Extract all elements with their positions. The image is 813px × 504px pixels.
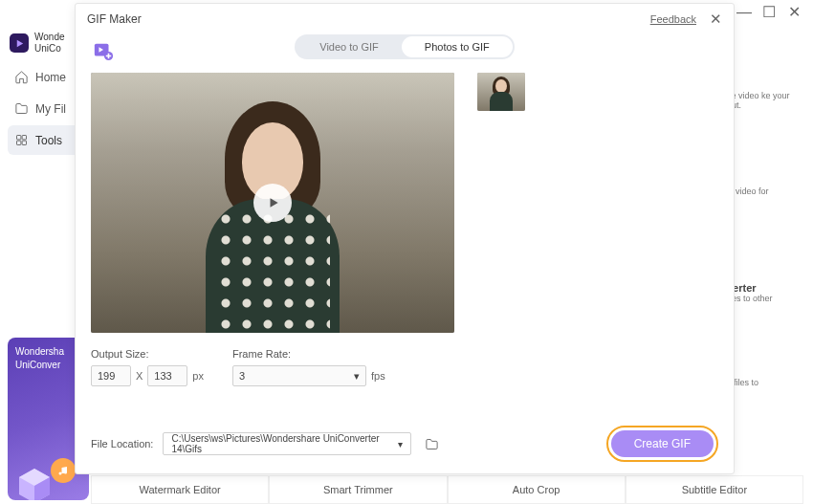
output-height-input[interactable] <box>147 365 187 386</box>
brand-line1: Wonde <box>34 32 65 43</box>
app-logo: Wonde UniCo <box>8 28 83 62</box>
bg-tile: se video ke your out. <box>727 91 796 129</box>
chevron-down-icon: ▾ <box>354 370 360 383</box>
svg-rect-2 <box>17 141 21 144</box>
output-width-input[interactable] <box>91 365 131 386</box>
chevron-down-icon: ▾ <box>398 439 403 449</box>
modal-close-button[interactable]: ✕ <box>710 11 722 28</box>
create-gif-highlight: Create GIF <box>606 426 718 462</box>
gif-maker-modal: GIF Maker Feedback ✕ Video to GIF Photos… <box>75 3 735 474</box>
frame-rate-group: Frame Rate: 3 ▾ fps <box>232 348 385 388</box>
fps-unit: fps <box>371 370 385 382</box>
output-size-group: Output Size: X px <box>91 348 204 388</box>
open-folder-button[interactable] <box>421 433 442 454</box>
nav-myfiles[interactable]: My Fil <box>8 94 83 123</box>
modal-header: GIF Maker Feedback ✕ <box>76 4 734 34</box>
tool-autocrop[interactable]: Auto Crop <box>448 476 626 504</box>
cube-icon <box>15 467 54 500</box>
brand-line2: UniCo <box>34 43 65 55</box>
tool-watermark[interactable]: Watermark Editor <box>91 476 269 504</box>
bg-tiles: se video ke your out. D video for verter… <box>727 91 796 416</box>
modal-body: Video to GIF Photos to GIF <box>76 34 734 473</box>
thumbnails-area <box>477 73 718 410</box>
bg-tile-title: verter <box>727 282 796 294</box>
nav-tools[interactable]: Tools <box>8 125 83 155</box>
nav-label: Home <box>35 71 66 84</box>
promo-text1: Wondersha <box>15 345 81 359</box>
create-gif-button[interactable]: Create GIF <box>611 430 714 457</box>
file-location-label: File Location: <box>91 438 153 449</box>
px-unit: px <box>192 370 204 382</box>
frame-rate-label: Frame Rate: <box>232 348 385 360</box>
modal-title: GIF Maker <box>87 12 142 26</box>
output-size-label: Output Size: <box>91 348 204 360</box>
tab-photos-to-gif[interactable]: Photos to GIF <box>402 36 513 57</box>
svg-rect-0 <box>17 136 21 140</box>
bg-tile: D video for <box>727 186 796 225</box>
nav-label: My Fil <box>35 102 66 116</box>
file-location-select[interactable]: C:\Users\ws\Pictures\Wondershare UniConv… <box>163 432 411 455</box>
modal-footer: File Location: C:\Users\ws\Pictures\Wond… <box>91 426 718 462</box>
close-button[interactable]: ✕ <box>786 3 802 21</box>
minimize-button[interactable]: — <box>736 4 752 21</box>
tab-video-to-gif[interactable]: Video to GIF <box>297 36 402 57</box>
nav-label: Tools <box>35 134 62 147</box>
mode-tabs: Video to GIF Photos to GIF <box>295 34 514 59</box>
maximize-button[interactable]: ☐ <box>761 3 777 21</box>
bg-tile: y files to <box>727 378 796 416</box>
bg-tile: verter ges to other <box>727 282 796 320</box>
x-sep: X <box>136 370 143 382</box>
import-media-button[interactable] <box>91 38 116 63</box>
nav-home[interactable]: Home <box>8 62 83 92</box>
promo-text2: UniConver <box>15 359 81 372</box>
svg-rect-1 <box>22 136 26 140</box>
frame-rate-value: 3 <box>239 370 245 382</box>
svg-rect-3 <box>22 141 26 144</box>
preview-area <box>91 73 454 333</box>
music-icon <box>51 458 76 483</box>
logo-icon <box>10 33 29 53</box>
thumbnail-item[interactable] <box>477 73 525 111</box>
play-button[interactable] <box>253 184 292 222</box>
feedback-link[interactable]: Feedback <box>650 13 696 25</box>
tool-subtitle[interactable]: Subtitle Editor <box>626 476 803 504</box>
file-location-path: C:\Users\ws\Pictures\Wondershare UniConv… <box>171 433 398 454</box>
bottom-tools: Watermark Editor Smart Trimmer Auto Crop… <box>91 475 803 504</box>
frame-rate-select[interactable]: 3 ▾ <box>232 365 366 386</box>
tool-trimmer[interactable]: Smart Trimmer <box>269 476 447 504</box>
